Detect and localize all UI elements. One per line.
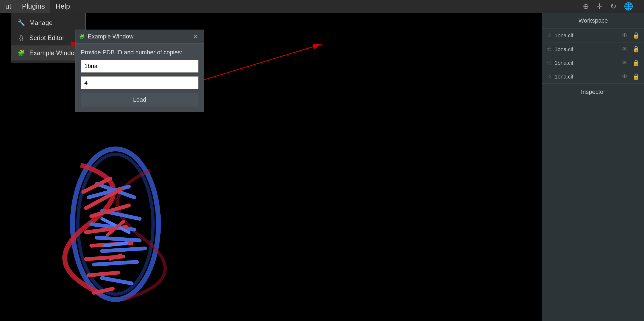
workspace-title: Workspace bbox=[542, 13, 644, 29]
target-icon[interactable]: ⊕ bbox=[583, 2, 589, 11]
svg-line-7 bbox=[102, 248, 145, 251]
move-icon[interactable]: ✛ bbox=[596, 2, 603, 11]
lock-icon-2[interactable]: 🔒 bbox=[632, 59, 640, 66]
pdb-id-input[interactable] bbox=[81, 60, 198, 73]
dialog-puzzle-icon: 🧩 bbox=[79, 34, 85, 39]
svg-line-8 bbox=[94, 262, 137, 265]
dropdown-item-example-window[interactable]: 🧩 Example Window bbox=[11, 45, 85, 60]
workspace-item-3: ☆ 1bna.cif 👁 🔒 bbox=[542, 70, 644, 84]
svg-line-6 bbox=[97, 238, 140, 240]
eye-icon-1[interactable]: 👁 bbox=[622, 46, 628, 53]
star-icon-3: ☆ bbox=[547, 73, 552, 80]
workspace-item-name-2: 1bna.cif bbox=[555, 60, 617, 66]
load-button[interactable]: Load bbox=[81, 93, 198, 106]
globe-icon[interactable]: 🌐 bbox=[624, 2, 633, 11]
workspace-item-2: ☆ 1bna.cif 👁 🔒 bbox=[542, 56, 644, 70]
dialog-close-button[interactable]: ✕ bbox=[191, 33, 200, 41]
menu-item-plugins[interactable]: Plugins bbox=[17, 0, 50, 13]
copies-input[interactable] bbox=[81, 76, 198, 89]
puzzle-icon: 🧩 bbox=[17, 49, 25, 56]
wrench-icon: 🔧 bbox=[17, 19, 25, 26]
workspace-section: Workspace ☆ 1bna.cif 👁 🔒 ☆ 1bna.cif 👁 🔒 … bbox=[542, 13, 644, 84]
workspace-item-name-1: 1bna.cif bbox=[555, 46, 617, 52]
dialog-title: Example Window bbox=[88, 33, 188, 40]
menu-item-help[interactable]: Help bbox=[50, 0, 75, 13]
workspace-item-1: ☆ 1bna.cif 👁 🔒 bbox=[542, 42, 644, 56]
workspace-item-name-3: 1bna.cif bbox=[555, 74, 617, 80]
svg-line-9 bbox=[102, 278, 132, 283]
plugins-dropdown: 🔧 Manage {} Script Editor 🧩 Example Wind… bbox=[11, 13, 86, 63]
eye-icon-0[interactable]: 👁 bbox=[622, 32, 628, 39]
inspector-section: Inspector bbox=[542, 84, 644, 321]
dialog-header: 🧩 Example Window ✕ bbox=[75, 30, 204, 44]
lock-icon-3[interactable]: 🔒 bbox=[632, 73, 640, 80]
refresh-icon[interactable]: ↻ bbox=[610, 2, 616, 11]
example-window-dialog: 🧩 Example Window ✕ Provide PDB ID and nu… bbox=[75, 30, 204, 112]
braces-icon: {} bbox=[17, 34, 25, 41]
dialog-body: Provide PDB ID and number of copies: Loa… bbox=[75, 44, 204, 112]
lock-icon-1[interactable]: 🔒 bbox=[632, 46, 640, 53]
workspace-item-0: ☆ 1bna.cif 👁 🔒 bbox=[542, 29, 644, 42]
toolbar-icons: ⊕ ✛ ↻ 🌐 bbox=[583, 2, 644, 11]
lock-icon-0[interactable]: 🔒 bbox=[632, 32, 640, 39]
menu-item-about[interactable]: ut bbox=[0, 0, 17, 13]
star-icon-0: ☆ bbox=[547, 32, 552, 39]
dna-visualization bbox=[48, 144, 183, 305]
inspector-title: Inspector bbox=[542, 84, 644, 100]
dropdown-item-script-editor[interactable]: {} Script Editor bbox=[11, 30, 85, 45]
dialog-label: Provide PDB ID and number of copies: bbox=[81, 49, 198, 56]
star-icon-1: ☆ bbox=[547, 46, 552, 53]
dropdown-item-manage[interactable]: 🔧 Manage bbox=[11, 15, 85, 30]
workspace-item-name-0: 1bna.cif bbox=[555, 33, 617, 39]
svg-line-16 bbox=[89, 273, 118, 275]
right-panel: Workspace ☆ 1bna.cif 👁 🔒 ☆ 1bna.cif 👁 🔒 … bbox=[542, 13, 644, 321]
eye-icon-3[interactable]: 👁 bbox=[622, 73, 628, 80]
eye-icon-2[interactable]: 👁 bbox=[622, 59, 628, 66]
menu-bar: ut Plugins Help ⊕ ✛ ↻ 🌐 bbox=[0, 0, 644, 13]
star-icon-2: ☆ bbox=[547, 59, 552, 66]
